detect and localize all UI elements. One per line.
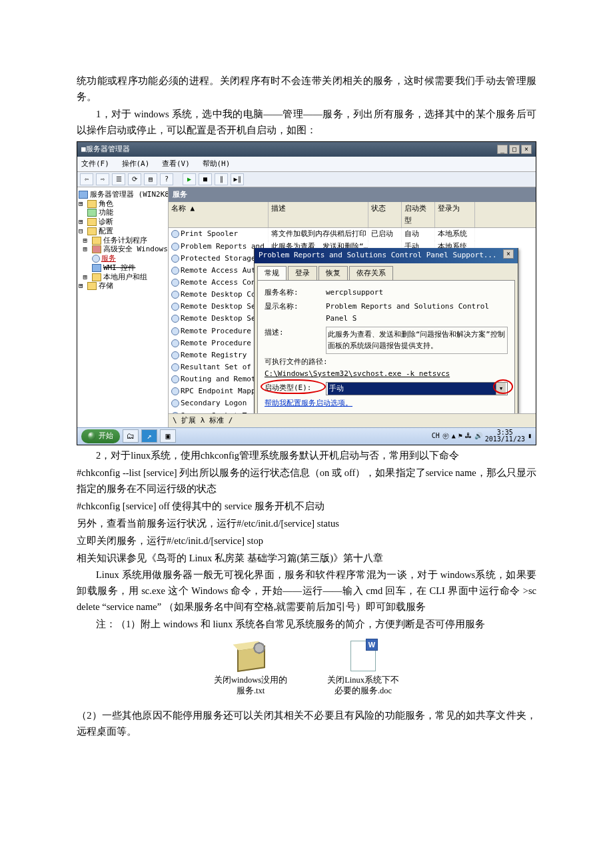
taskbar-item[interactable]: 🗂 [123, 429, 139, 443]
taskbar-item[interactable]: ▣ [160, 429, 176, 443]
help-link[interactable]: 帮助我配置服务启动选项。 [265, 397, 352, 409]
paragraph: #chkconfig --list [service] 列出所以服务的运行状态信… [77, 465, 536, 497]
menubar: 文件(F) 操作(A) 查看(V) 帮助(H) [77, 157, 536, 172]
dialog-title: Problem Reports and Solutions Control Pa… [259, 249, 497, 261]
tab-recovery[interactable]: 恢复 [318, 266, 348, 280]
stop-button[interactable]: ■ [199, 173, 212, 185]
tree-item[interactable]: ⊞ 存储 [79, 281, 167, 291]
tray-flag-icon[interactable]: ⚑ [458, 431, 462, 442]
value-exe-path: C:\Windows\System32\svchost.exe -k netsv… [265, 368, 450, 380]
back-button[interactable]: ⇦ [80, 173, 93, 185]
label-exe-path: 可执行文件的路径: [265, 356, 328, 368]
tree-item[interactable]: ⊟ 配置 [79, 227, 167, 236]
label-description: 描述: [265, 327, 326, 339]
dialog-titlebar: Problem Reports and Solutions Control Pa… [255, 248, 518, 263]
col-desc[interactable]: 描述 [269, 202, 368, 227]
forward-button[interactable]: ⇨ [96, 173, 109, 185]
tree-item[interactable]: ⊞ 角色 [79, 199, 167, 209]
ime-indicator[interactable]: CH [432, 431, 440, 442]
tree-item[interactable]: ⊞ 本地用户和组 [79, 273, 167, 282]
app-icon: ■ [81, 143, 86, 155]
attachment-doc[interactable]: 关闭Linux系统下不 必要的服务.doc [327, 641, 399, 696]
col-status[interactable]: 状态 [368, 202, 402, 227]
col-logon[interactable]: 登录为 [435, 202, 475, 227]
tray-icon[interactable]: ▲ [452, 431, 456, 442]
refresh-button[interactable]: ⟳ [128, 173, 141, 185]
service-list: Print Spooler将文件加载到内存供稍后打印已启动自动本地系统Probl… [169, 228, 536, 413]
paragraph: 相关知识课参见《鸟哥的 Linux 私房菜 基础学习篇(第三版)》第十八章 [77, 551, 536, 567]
attachment-label: 关闭windows没用的 [214, 675, 287, 686]
startup-type-dropdown[interactable]: 手动 ▾ [326, 382, 508, 395]
tree-root[interactable]: 服务器管理器 (WIN2K8-WEB- [79, 190, 167, 199]
attachment-label: 服务.txt [214, 686, 287, 697]
table-row[interactable]: Print Spooler将文件加载到内存供稍后打印已启动自动本地系统 [169, 228, 536, 240]
minimize-button[interactable]: _ [497, 145, 508, 154]
tree-item[interactable]: ⊞ 任务计划程序 [79, 236, 167, 245]
pause-button[interactable]: ∥ [215, 173, 228, 185]
menu-view[interactable]: 查看(V) [162, 159, 190, 168]
ime-indicator[interactable]: ㊥ [442, 431, 449, 442]
tool-button[interactable]: ▤ [144, 173, 157, 185]
window-title: 服务器管理器 [86, 143, 130, 155]
tab-dependencies[interactable]: 依存关系 [349, 266, 393, 280]
help-button[interactable]: ? [160, 173, 173, 185]
tree-item[interactable]: WMI 控件 [79, 263, 167, 273]
tab-general[interactable]: 常规 [257, 266, 287, 280]
taskbar-item[interactable]: ↗ [141, 429, 157, 443]
paragraph: 2，对于linux系统，使用chkconfig管理系统服务默认开机启动与否，常用… [77, 448, 536, 464]
package-icon [235, 641, 267, 673]
attachment-txt[interactable]: 关闭windows没用的 服务.txt [214, 641, 287, 696]
attachments: 关闭windows没用的 服务.txt 关闭Linux系统下不 必要的服务.do… [77, 641, 536, 696]
col-startup[interactable]: 启动类型 [402, 202, 435, 227]
menu-file[interactable]: 文件(F) [81, 159, 109, 168]
maximize-button[interactable]: □ [509, 145, 520, 154]
windows-orb-icon [88, 432, 96, 440]
show-desktop-button[interactable]: ▮ [528, 431, 532, 442]
value-description: 此服务为查看、发送和删除“问题报告和解决方案”控制面板的系统级问题报告提供支持。 [326, 327, 508, 354]
window-titlebar: ■ 服务器管理器 _ □ × [77, 142, 536, 157]
label-startup-type: 启动类型(E): [265, 382, 326, 394]
attachment-label: 必要的服务.doc [327, 686, 399, 697]
tray-volume-icon[interactable]: 🔊 [474, 431, 482, 442]
tree-nav: 服务器管理器 (WIN2K8-WEB- ⊞ 角色 功能 ⊞ 诊断 ⊟ 配置 ⊞ … [77, 187, 169, 427]
paragraph: （2）一些其他原因不能停用服务还可以关闭其相关不必要且有风险的功能服务，常见的如… [77, 708, 536, 740]
tool-button[interactable]: ☰ [112, 173, 125, 185]
paragraph: 1，对于 windows 系统，选中我的电脑——管理——服务，列出所有服务，选择… [77, 107, 536, 139]
chevron-down-icon[interactable]: ▾ [496, 383, 506, 395]
tree-item[interactable]: 功能 [79, 208, 167, 217]
menu-action[interactable]: 操作(A) [122, 159, 150, 168]
dialog-close-button[interactable]: × [503, 249, 514, 259]
value-service-name: wercplsupport [326, 287, 508, 299]
value-display-name: Problem Reports and Solutions Control Pa… [326, 301, 508, 325]
attachment-label: 关闭Linux系统下不 [327, 675, 399, 686]
tab-strip[interactable]: \ 扩展 λ 标准 / [169, 413, 536, 427]
start-button[interactable]: 开始 [81, 429, 120, 443]
screenshot-windows-services: ■ 服务器管理器 _ □ × 文件(F) 操作(A) 查看(V) 帮助(H) ⇦… [77, 141, 536, 445]
startup-type-value: 手动 [328, 383, 496, 395]
tree-item-services[interactable]: 服务 [79, 254, 167, 263]
word-doc-icon [347, 641, 379, 673]
clock[interactable]: 3:352013/11/23 [485, 429, 525, 443]
dialog-tabs: 常规 登录 恢复 依存关系 [255, 263, 518, 280]
service-properties-dialog: Problem Reports and Solutions Control Pa… [254, 248, 518, 413]
table-header: 名称 ▲ 描述 状态 启动类型 登录为 [169, 202, 536, 228]
close-button[interactable]: × [521, 145, 532, 154]
restart-button[interactable]: ▶∥ [231, 173, 244, 185]
tab-logon[interactable]: 登录 [288, 266, 317, 280]
paragraph: 另外，查看当前服务运行状况，运行#/etc/init.d/[service] s… [77, 516, 536, 532]
menu-help[interactable]: 帮助(H) [203, 159, 231, 168]
panel-title: 服务 [169, 187, 536, 202]
tree-item[interactable]: ⊞ 高级安全 Windows 防 [79, 245, 167, 254]
paragraph: 立即关闭服务，运行#/etc/init.d/[service] stop [77, 533, 536, 549]
paragraph: Linux 系统用做服务器一般无可视化界面，服务和软件程序常混为一谈，对于 wi… [77, 567, 536, 615]
paragraph: 注：（1）附上 windows 和 liunx 系统各自常见系统服务的简介，方便… [77, 617, 536, 633]
paragraph: 统功能或程序功能必须的进程。关闭程序有时不会连带关闭相关的服务，这时候需要我们手… [77, 73, 536, 105]
toolbar: ⇦ ⇨ ☰ ⟳ ▤ ? ▶ ■ ∥ ▶∥ [77, 172, 536, 187]
system-tray: CH ㊥ ▲ ⚑ 🖧 🔊 3:352013/11/23 ▮ [432, 429, 532, 443]
play-button[interactable]: ▶ [183, 173, 196, 185]
col-name[interactable]: 名称 ▲ [169, 202, 269, 227]
label-display-name: 显示名称: [265, 301, 326, 313]
tray-network-icon[interactable]: 🖧 [465, 431, 472, 442]
dialog-pane: 服务名称:wercplsupport 显示名称:Problem Reports … [257, 280, 515, 413]
tree-item[interactable]: ⊞ 诊断 [79, 217, 167, 227]
